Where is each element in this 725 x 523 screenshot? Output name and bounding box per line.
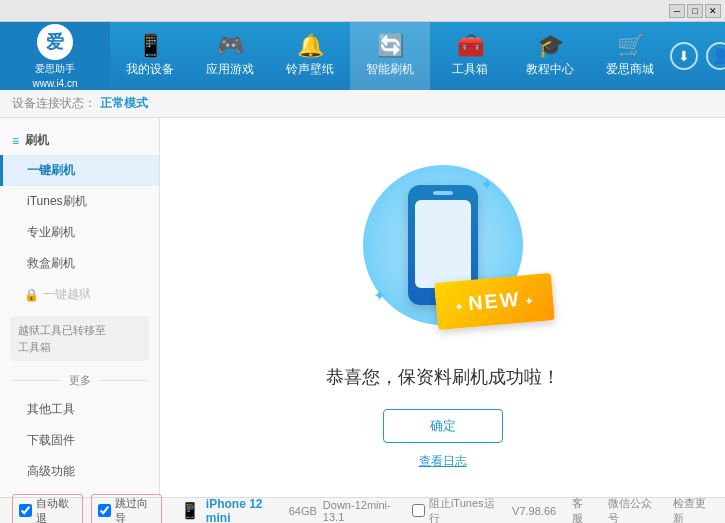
nav-store[interactable]: 🛒 爱思商城	[590, 22, 670, 90]
skip-wizard-checkbox[interactable]	[98, 504, 111, 517]
nav-tutorial-label: 教程中心	[526, 61, 574, 78]
window-controls[interactable]: ─ □ ✕	[669, 4, 721, 18]
nav-toolbox[interactable]: 🧰 工具箱	[430, 22, 510, 90]
main-layout: ≡ 刷机 一键刷机 iTunes刷机 专业刷机 救盒刷机 🔒 一键越狱 越狱工具…	[0, 118, 725, 497]
download-button[interactable]: ⬇	[670, 42, 698, 70]
sidebar-divider-more: 更多	[0, 367, 159, 394]
apps-games-icon: 🎮	[217, 35, 244, 57]
bottom-right: 阻止iTunes运行 V7.98.66 客服 微信公众号 检查更新	[412, 496, 713, 524]
tutorial-icon: 🎓	[537, 35, 564, 57]
sidebar-item-dfu-flash[interactable]: 救盒刷机	[0, 248, 159, 279]
sidebar-jailbreak-notice: 越狱工具已转移至工具箱	[10, 316, 149, 361]
wechat-link[interactable]: 微信公众号	[608, 496, 657, 524]
sidebar: ≡ 刷机 一键刷机 iTunes刷机 专业刷机 救盒刷机 🔒 一键越狱 越狱工具…	[0, 118, 160, 497]
minimize-button[interactable]: ─	[669, 4, 685, 18]
nav-apps-games-label: 应用游戏	[206, 61, 254, 78]
sidebar-section-flash-label: 刷机	[25, 132, 49, 149]
lock-icon: 🔒	[24, 288, 39, 302]
status-bar: 设备连接状态： 正常模式	[0, 90, 725, 118]
status-value: 正常模式	[100, 95, 148, 112]
user-button[interactable]: 👤	[706, 42, 725, 70]
store-icon: 🛒	[617, 35, 644, 57]
nav-tutorial[interactable]: 🎓 教程中心	[510, 22, 590, 90]
close-button[interactable]: ✕	[705, 4, 721, 18]
sidebar-item-download-firmware[interactable]: 下载固件	[0, 425, 159, 456]
sparkle-top-icon: ✦	[480, 175, 493, 194]
logo-icon: 爱	[37, 24, 73, 60]
new-ribbon-badge: NEW	[434, 273, 554, 330]
sidebar-item-pro-flash[interactable]: 专业刷机	[0, 217, 159, 248]
logo-line1: 爱思助手	[35, 62, 75, 76]
nav-store-label: 爱思商城	[606, 61, 654, 78]
nav-smart-flash-label: 智能刷机	[366, 61, 414, 78]
device-model: Down-12mini-13.1	[323, 499, 404, 523]
auto-dismiss-group: 自动歇退	[12, 494, 83, 524]
nav-ringtones-label: 铃声壁纸	[286, 61, 334, 78]
my-device-icon: 📱	[137, 35, 164, 57]
stop-itunes-group: 阻止iTunes运行	[412, 496, 496, 524]
toolbox-icon: 🧰	[457, 35, 484, 57]
skip-wizard-group: 跳过向导	[91, 494, 162, 524]
sparkle-bottom-icon: ✦	[373, 286, 386, 305]
auto-dismiss-label[interactable]: 自动歇退	[36, 496, 76, 524]
status-label: 设备连接状态：	[12, 95, 96, 112]
main-content: ✦ ✦ NEW 恭喜您，保资料刷机成功啦！ 确定 查看日志	[160, 118, 725, 497]
header: 爱 爱思助手 www.i4.cn 📱 我的设备 🎮 应用游戏 🔔 铃声壁纸 🔄 …	[0, 22, 725, 90]
review-log-link[interactable]: 查看日志	[419, 453, 467, 470]
flash-section-icon: ≡	[12, 134, 19, 148]
nav-toolbox-label: 工具箱	[452, 61, 488, 78]
phone-screen	[415, 200, 471, 288]
nav-items: 📱 我的设备 🎮 应用游戏 🔔 铃声壁纸 🔄 智能刷机 🧰 工具箱 🎓 教程中心…	[110, 22, 670, 90]
sidebar-section-jailbreak: 🔒 一键越狱	[0, 279, 159, 310]
success-message: 恭喜您，保资料刷机成功啦！	[326, 365, 560, 389]
bottom-bar: 自动歇退 跳过向导 📱 iPhone 12 mini 64GB Down-12m…	[0, 497, 725, 523]
update-link[interactable]: 检查更新	[673, 496, 713, 524]
service-link[interactable]: 客服	[572, 496, 592, 524]
skip-wizard-label[interactable]: 跳过向导	[115, 496, 155, 524]
ringtones-icon: 🔔	[297, 35, 324, 57]
title-bar: ─ □ ✕	[0, 0, 725, 22]
logo-line2: www.i4.cn	[32, 78, 77, 89]
nav-right-actions: ⬇ 👤	[670, 42, 725, 70]
nav-ringtones[interactable]: 🔔 铃声壁纸	[270, 22, 350, 90]
version-label: V7.98.66	[512, 505, 556, 517]
nav-apps-games[interactable]: 🎮 应用游戏	[190, 22, 270, 90]
sidebar-item-one-click-flash[interactable]: 一键刷机	[0, 155, 159, 186]
stop-itunes-label[interactable]: 阻止iTunes运行	[429, 496, 496, 524]
phone-speaker	[433, 191, 453, 195]
sidebar-item-itunes-flash[interactable]: iTunes刷机	[0, 186, 159, 217]
sidebar-section-flash: ≡ 刷机	[0, 126, 159, 155]
device-name: iPhone 12 mini	[206, 497, 283, 524]
stop-itunes-checkbox[interactable]	[412, 504, 425, 517]
smart-flash-icon: 🔄	[377, 35, 404, 57]
nav-smart-flash[interactable]: 🔄 智能刷机	[350, 22, 430, 90]
nav-my-device[interactable]: 📱 我的设备	[110, 22, 190, 90]
device-storage: 64GB	[289, 505, 317, 517]
nav-my-device-label: 我的设备	[126, 61, 174, 78]
device-icon: 📱	[180, 501, 200, 520]
maximize-button[interactable]: □	[687, 4, 703, 18]
auto-dismiss-checkbox[interactable]	[19, 504, 32, 517]
hero-image: ✦ ✦ NEW	[343, 145, 543, 345]
logo[interactable]: 爱 爱思助手 www.i4.cn	[0, 22, 110, 90]
sidebar-item-other-tools[interactable]: 其他工具	[0, 394, 159, 425]
device-info: 📱 iPhone 12 mini 64GB Down-12mini-13.1	[180, 497, 404, 524]
confirm-button[interactable]: 确定	[383, 409, 503, 443]
sidebar-item-advanced[interactable]: 高级功能	[0, 456, 159, 487]
sidebar-section-more-label: 更多	[65, 373, 95, 388]
sidebar-jailbreak-label: 一键越狱	[43, 286, 91, 303]
